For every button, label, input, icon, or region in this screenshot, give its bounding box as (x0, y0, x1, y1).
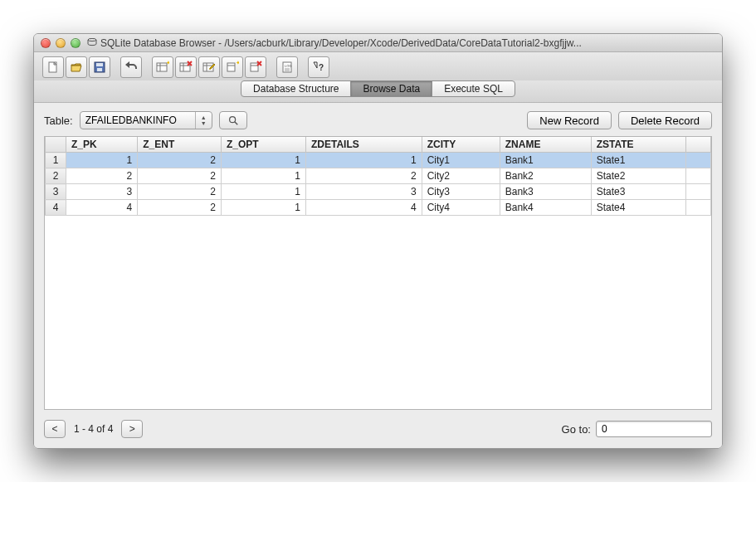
title-bar: SQLite Database Browser - /Users/acburk/… (34, 34, 722, 52)
goto-label: Go to: (562, 423, 591, 436)
table-select-value: ZFAILEDBANKINFO (85, 115, 177, 126)
delete-table-button[interactable] (175, 56, 197, 78)
table-cell[interactable]: 2 (66, 168, 138, 184)
data-table: Z_PKZ_ENTZ_OPTZDETAILSZCITYZNAMEZSTATE 1… (44, 136, 712, 410)
table-cell[interactable]: State1 (591, 153, 685, 168)
row-number-cell[interactable]: 2 (46, 168, 66, 184)
app-window: SQLite Database Browser - /Users/acburk/… (33, 33, 723, 449)
row-number-cell[interactable]: 3 (46, 184, 66, 200)
table-cell[interactable]: Bank4 (500, 200, 591, 216)
save-database-button[interactable] (89, 56, 110, 78)
column-header[interactable]: ZDETAILS (305, 137, 422, 153)
table-cell[interactable]: 1 (221, 184, 305, 200)
table-cell-padding (686, 153, 711, 168)
table-cell[interactable]: 2 (138, 153, 222, 168)
goto-input[interactable] (596, 421, 712, 437)
table-cell[interactable]: City1 (422, 153, 500, 168)
table-row[interactable]: 44214City4Bank4State4 (46, 200, 711, 216)
tab-execute-sql[interactable]: Execute SQL (432, 80, 515, 97)
table-cell-padding (686, 200, 711, 216)
row-number-header[interactable] (46, 137, 66, 153)
delete-index-button[interactable] (245, 56, 266, 78)
column-header-padding (686, 137, 711, 153)
table-cell[interactable]: 4 (305, 200, 422, 216)
svg-rect-21 (251, 63, 258, 71)
table-cell[interactable]: City3 (422, 184, 500, 200)
table-cell[interactable]: 1 (221, 153, 305, 168)
column-header[interactable]: ZNAME (500, 137, 591, 153)
table-cell[interactable]: 2 (138, 200, 222, 216)
whats-this-button[interactable]: ? (308, 56, 329, 78)
table-cell[interactable]: 2 (138, 168, 222, 184)
log-button[interactable]: LOG (276, 56, 298, 78)
table-cell[interactable]: Bank3 (500, 184, 591, 200)
column-header[interactable]: ZSTATE (591, 137, 685, 153)
new-database-button[interactable] (42, 56, 64, 78)
undo-button[interactable] (120, 56, 142, 78)
tab-database-structure[interactable]: Database Structure (241, 80, 351, 97)
svg-rect-4 (96, 63, 103, 66)
table-cell[interactable]: State2 (591, 168, 685, 184)
table-cell[interactable]: State3 (591, 184, 685, 200)
prev-page-button[interactable]: < (44, 420, 66, 438)
page-info: 1 - 4 of 4 (74, 423, 113, 435)
svg-text:✦: ✦ (236, 61, 239, 66)
table-cell[interactable]: 3 (305, 184, 422, 200)
zoom-window-button[interactable] (71, 38, 80, 48)
table-cell[interactable]: Bank2 (500, 168, 591, 184)
minimize-window-button[interactable] (56, 38, 66, 48)
column-header[interactable]: Z_OPT (221, 137, 305, 153)
table-cell[interactable]: 3 (66, 184, 138, 200)
traffic-lights (41, 38, 80, 48)
table-cell[interactable]: 1 (305, 153, 422, 168)
table-label: Table: (44, 115, 73, 127)
table-cell[interactable]: Bank1 (500, 153, 591, 168)
row-number-cell[interactable]: 4 (46, 200, 66, 216)
new-record-button[interactable]: New Record (527, 111, 612, 129)
tab-browse-data[interactable]: Browse Data (350, 80, 432, 97)
row-number-cell[interactable]: 1 (46, 153, 66, 168)
toolbar: ✦ ✦ LOG ? (34, 52, 722, 80)
table-cell[interactable]: City2 (422, 168, 500, 184)
table-cell[interactable]: 1 (221, 168, 305, 184)
open-database-button[interactable] (66, 56, 87, 78)
column-header[interactable]: Z_PK (66, 137, 138, 153)
dropdown-arrows-icon: ▲▼ (195, 112, 212, 129)
table-cell-padding (686, 184, 711, 200)
table-cell[interactable]: City4 (422, 200, 500, 216)
table-cell[interactable]: 2 (305, 168, 422, 184)
table-cell[interactable]: 4 (66, 200, 138, 216)
window-title: SQLite Database Browser - /Users/acburk/… (100, 37, 715, 49)
svg-rect-18 (227, 63, 235, 71)
svg-text:✦: ✦ (166, 61, 169, 66)
svg-point-0 (88, 38, 96, 41)
svg-rect-5 (97, 68, 102, 71)
table-row[interactable]: 33213City3Bank3State3 (46, 184, 711, 200)
table-cell[interactable]: 1 (66, 153, 138, 168)
modify-table-button[interactable] (198, 56, 220, 78)
database-icon (87, 38, 97, 48)
create-index-button[interactable]: ✦ (222, 56, 243, 78)
next-page-button[interactable]: > (121, 420, 143, 438)
create-table-button[interactable]: ✦ (152, 56, 173, 78)
table-select[interactable]: ZFAILEDBANKINFO ▲▼ (80, 111, 212, 129)
svg-text:LOG: LOG (285, 64, 291, 68)
svg-line-31 (234, 122, 237, 125)
table-cell[interactable]: 2 (138, 184, 222, 200)
table-cell-padding (686, 168, 711, 184)
delete-record-button[interactable]: Delete Record (618, 111, 712, 129)
table-row[interactable]: 11211City1Bank1State1 (46, 153, 711, 168)
table-row[interactable]: 22212City2Bank2State2 (46, 168, 711, 184)
column-header[interactable]: ZCITY (422, 137, 500, 153)
tabs-bar: Database StructureBrowse DataExecute SQL (34, 80, 722, 103)
svg-text:?: ? (319, 63, 324, 72)
svg-point-30 (229, 117, 235, 123)
close-window-button[interactable] (41, 38, 51, 48)
search-button[interactable] (219, 111, 247, 129)
table-cell[interactable]: 1 (221, 200, 305, 216)
table-cell[interactable]: State4 (591, 200, 685, 216)
column-header[interactable]: Z_ENT (138, 137, 222, 153)
